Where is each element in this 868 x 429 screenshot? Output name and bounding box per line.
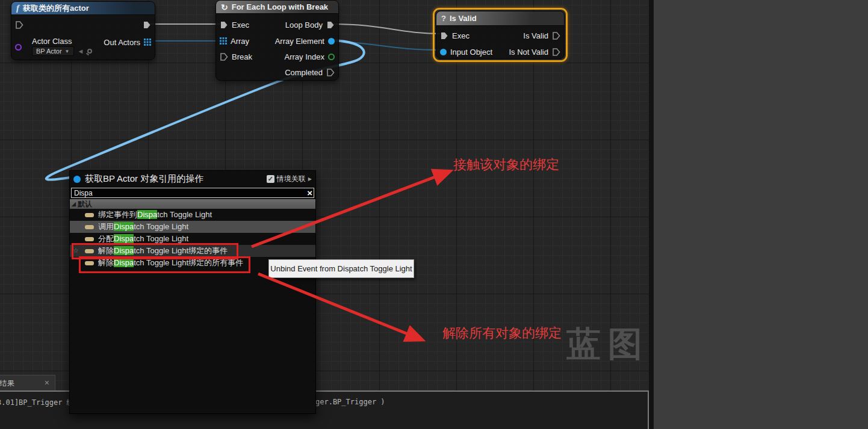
delegate-icon [85,225,94,229]
category-default[interactable]: ◢ 默认 [70,199,315,209]
object-pin-icon [440,49,447,55]
delegate-icon [85,261,94,265]
pin-array-element[interactable]: Array Element [275,35,335,47]
pin-exec[interactable]: Exec [220,19,249,31]
delegate-icon [85,213,94,217]
pin-input-object[interactable]: Input Object [440,46,492,58]
menu-item-unbind-event[interactable]: ☆ 解除Dispatch Toggle Light绑定的事件 [70,245,315,257]
delegate-icon [85,237,94,241]
pin-array[interactable]: Array [220,35,249,47]
menu-item-assign[interactable]: 分配Dispatch Toggle Light [70,233,315,245]
tooltip: Unbind Event from Dispatch Toggle Light [268,259,414,278]
class-pin-icon [15,44,22,51]
use-selected-icon[interactable]: ◄ [78,48,84,55]
int-pin-icon [328,54,335,60]
pin-completed[interactable]: Completed [285,66,335,78]
checkbox-checked-icon[interactable]: ✓ [267,175,274,183]
log-line-fragment-right: ger.BP_Trigger ) [315,398,385,406]
menu-item-bind-event[interactable]: 绑定事件到Dispatch Toggle Light [70,209,315,221]
array-pin-icon [144,39,151,46]
node-title: 获取类的所有actor [23,3,89,14]
action-search-input[interactable] [71,188,314,198]
pin-array-index[interactable]: Array Index [285,51,335,63]
pin-is-not-valid[interactable]: Is Not Valid [509,46,560,58]
node-get-all-actors-header[interactable]: f 获取类的所有actor [11,2,155,15]
context-sensitive-toggle[interactable]: ✓ 情境关联 ▶ [267,174,312,184]
node-foreach-loop[interactable]: ↻ For Each Loop with Break Exec Array Br… [215,0,339,81]
tab-label: 编译结果 [0,378,15,389]
annotation-text-top: 接触该对象的绑定 [453,156,559,174]
context-sensitive-label: 情境关联 [277,174,306,184]
class-select-value: BP Actor [36,48,62,55]
node-title: Is Valid [450,14,477,23]
browse-icon[interactable] [87,49,92,54]
loop-icon: ↻ [221,2,228,12]
node-is-valid[interactable]: ? Is Valid Exec Input Object Is Valid Is… [436,11,565,59]
pin-loop-body[interactable]: Loop Body [285,19,335,31]
node-foreach-header[interactable]: ↻ For Each Loop with Break [216,1,338,14]
chevron-down-icon: ▼ [65,49,70,54]
clear-search-icon[interactable]: × [307,188,312,198]
tab-compile-results[interactable]: 编译结果 × [0,375,55,391]
pin-out-actors-label: Out Actors [104,38,140,47]
function-icon: f [16,3,19,13]
pin-is-valid[interactable]: Is Valid [523,29,560,42]
panel-divider [649,0,654,429]
pin-out-actors[interactable]: Out Actors [104,36,151,48]
array-pin-icon [220,37,227,45]
object-pin-dot-icon [73,176,81,183]
category-label: 默认 [78,199,92,209]
pin-break[interactable]: Break [220,51,252,63]
node-title: For Each Loop with Break [232,2,328,11]
context-menu-title: 获取BP Actor 对象引用的操作 [85,173,262,185]
menu-item-call[interactable]: 调用Dispatch Toggle Light [70,221,315,233]
chevron-right-icon: ▶ [308,176,312,182]
delegate-icon [85,249,94,253]
pin-actor-class-label: Actor Class [32,37,72,46]
blueprint-editor: 蓝图 f 获取类的所有actor Actor Class BP Actor ▼ [0,0,868,429]
node-is-valid-selection-border: ? Is Valid Exec Input Object Is Valid Is… [433,8,568,62]
object-pin-icon [328,38,335,45]
right-empty-panel [654,0,868,429]
watermark: 蓝图 [566,321,649,368]
pin-actor-class[interactable] [15,41,22,53]
pin-exec[interactable]: Exec [440,29,470,42]
question-icon: ? [441,14,446,23]
favorite-star-icon[interactable]: ☆ [73,247,79,255]
expander-triangle-icon[interactable]: ◢ [72,201,76,207]
pin-exec-in[interactable] [15,19,23,31]
close-icon[interactable]: × [45,378,49,387]
context-action-menu: 获取BP Actor 对象引用的操作 ✓ 情境关联 ▶ × ◢ 默认 绑定事件到… [69,170,316,414]
log-line-fragment-left: 3.01]BP_Trigger 绑 [0,398,74,408]
class-select-dropdown[interactable]: BP Actor ▼ [32,46,74,56]
node-is-valid-header[interactable]: ? Is Valid [436,11,564,26]
pin-exec-out[interactable] [143,19,151,31]
annotation-text-bottom: 解除所有对象的绑定 [442,324,562,342]
node-get-all-actors[interactable]: f 获取类的所有actor Actor Class BP Actor ▼ ◄ [11,1,155,60]
context-menu-title-row: 获取BP Actor 对象引用的操作 ✓ 情境关联 ▶ [70,171,315,187]
